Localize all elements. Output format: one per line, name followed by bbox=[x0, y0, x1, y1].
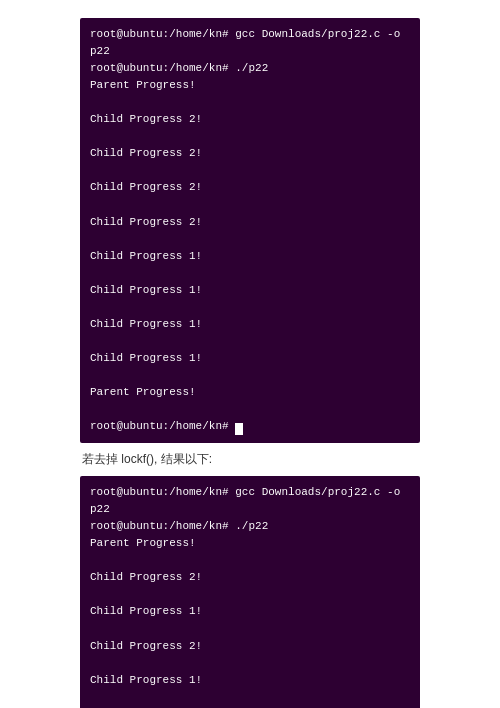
terminal-line bbox=[90, 655, 410, 672]
page-container: root@ubuntu:/home/kn# gcc Downloads/proj… bbox=[0, 0, 500, 708]
terminal-line: Child Progress 2! bbox=[90, 145, 410, 162]
terminal-line: Parent Progress! bbox=[90, 384, 410, 401]
terminal-line bbox=[90, 552, 410, 569]
terminal-section-1: root@ubuntu:/home/kn# gcc Downloads/proj… bbox=[80, 18, 420, 443]
terminal-line: root@ubuntu:/home/kn# gcc Downloads/proj… bbox=[90, 484, 410, 518]
terminal-line: root@ubuntu:/home/kn# gcc Downloads/proj… bbox=[90, 26, 410, 60]
terminal-line bbox=[90, 128, 410, 145]
terminal-line: Child Progress 1! bbox=[90, 350, 410, 367]
terminal-line bbox=[90, 333, 410, 350]
terminal-line: Child Progress 2! bbox=[90, 638, 410, 655]
terminal-line: root@ubuntu:/home/kn# ./p22 bbox=[90, 60, 410, 77]
terminal-line bbox=[90, 586, 410, 603]
terminal-line: Parent Progress! bbox=[90, 77, 410, 94]
terminal-line: Child Progress 1! bbox=[90, 672, 410, 689]
caption-section-1: 若去掉 lockf(), 结果以下: bbox=[80, 451, 420, 468]
terminal-line: Child Progress 1! bbox=[90, 316, 410, 333]
terminal-line bbox=[90, 94, 410, 111]
terminal-line bbox=[90, 265, 410, 282]
terminal-line: Child Progress 2! bbox=[90, 111, 410, 128]
terminal-line bbox=[90, 162, 410, 179]
terminal-line: root@ubuntu:/home/kn# ./p22 bbox=[90, 518, 410, 535]
terminal-line bbox=[90, 196, 410, 213]
terminal-section-2: root@ubuntu:/home/kn# gcc Downloads/proj… bbox=[80, 476, 420, 708]
terminal-line bbox=[90, 231, 410, 248]
terminal-line bbox=[90, 621, 410, 638]
terminal-line: Parent Progress! bbox=[90, 535, 410, 552]
terminal-line bbox=[90, 299, 410, 316]
terminal-prompt-cursor: root@ubuntu:/home/kn# bbox=[90, 418, 410, 435]
terminal-line bbox=[90, 401, 410, 418]
terminal-line: Child Progress 2! bbox=[90, 569, 410, 586]
terminal-line: Child Progress 2! bbox=[90, 179, 410, 196]
terminal-line: Child Progress 1! bbox=[90, 248, 410, 265]
terminal-block-1: root@ubuntu:/home/kn# gcc Downloads/proj… bbox=[80, 18, 420, 443]
caption-text-1: 若去掉 lockf(), 结果以下: bbox=[80, 451, 420, 468]
terminal-line bbox=[90, 367, 410, 384]
terminal-line: Child Progress 1! bbox=[90, 282, 410, 299]
cursor-block bbox=[235, 423, 243, 435]
terminal-line: Child Progress 1! bbox=[90, 603, 410, 620]
terminal-line bbox=[90, 689, 410, 706]
terminal-line: Child Progress 2! bbox=[90, 214, 410, 231]
terminal-block-2: root@ubuntu:/home/kn# gcc Downloads/proj… bbox=[80, 476, 420, 708]
